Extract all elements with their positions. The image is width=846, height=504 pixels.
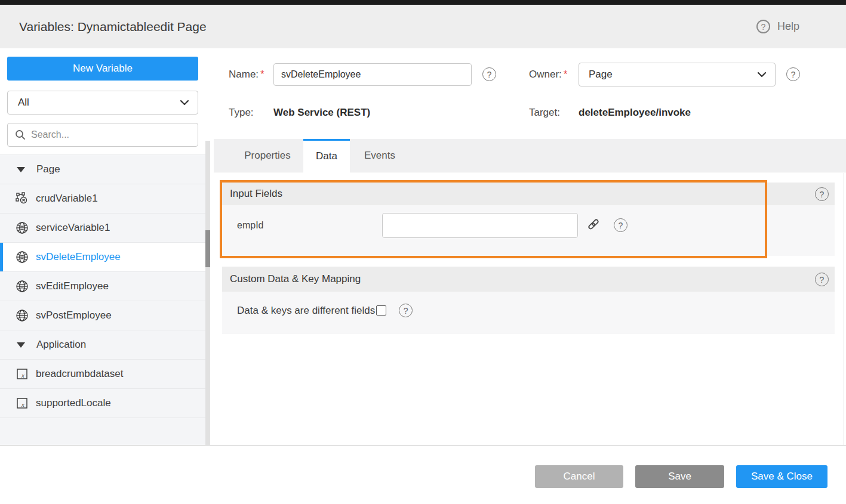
footer-divider	[0, 445, 846, 446]
web-service-icon	[16, 309, 29, 322]
tab-properties[interactable]: Properties	[232, 139, 303, 172]
sidebar-scrollbar-track[interactable]	[205, 141, 210, 445]
input-fields-section: Input Fields empId	[222, 183, 835, 256]
filter-selected-value: All	[18, 97, 180, 109]
variable-row-supportedLocale[interactable]: x supportedLocale	[0, 389, 205, 418]
empid-label: empId	[237, 220, 263, 231]
tab-events[interactable]: Events	[350, 139, 410, 172]
required-asterisk: *	[564, 69, 568, 80]
type-value: Web Service (REST)	[273, 107, 370, 119]
different-fields-label: Data & keys are different fields	[237, 305, 375, 317]
input-fields-help-icon[interactable]	[815, 187, 829, 201]
variable-label: crudVariable1	[36, 193, 98, 205]
different-fields-checkbox[interactable]	[376, 305, 386, 316]
variable-row-breadcrumbdataset[interactable]: x breadcrumbdataset	[0, 360, 205, 389]
chevron-down-icon	[757, 72, 767, 78]
custom-mapping-title: Custom Data & Key Mapping	[230, 273, 361, 285]
collapse-triangle-icon	[17, 167, 25, 172]
dialog-header: Variables: Dynamictableedit Page Help	[0, 5, 846, 48]
variables-dialog: Variables: Dynamictableedit Page Help Ne…	[0, 0, 846, 504]
owner-selected-value: Page	[589, 69, 757, 81]
save-close-button[interactable]: Save & Close	[736, 465, 827, 488]
owner-label: Owner:*	[529, 69, 567, 81]
variable-label: svDeleteEmployee	[36, 251, 121, 263]
variable-filter-select[interactable]: All	[7, 91, 198, 115]
type-label: Type:	[229, 107, 254, 119]
collapse-triangle-icon	[17, 342, 25, 348]
chevron-down-icon	[180, 100, 189, 106]
variable-label: serviceVariable1	[36, 222, 110, 234]
variables-sidebar: New Variable All Page crudVariable1	[0, 48, 210, 445]
name-input[interactable]	[273, 63, 472, 86]
empid-help-icon[interactable]	[614, 218, 627, 232]
new-variable-button[interactable]: New Variable	[7, 57, 198, 81]
detail-tabs: Properties Data Events	[214, 139, 846, 172]
name-label: Name:*	[229, 69, 264, 81]
variable-row-svDeleteEmployee[interactable]: svDeleteEmployee	[0, 243, 205, 272]
group-label: Page	[36, 163, 60, 175]
variable-label: svPostEmployee	[36, 310, 112, 321]
different-fields-row: Data & keys are different fields	[237, 304, 413, 317]
variable-label: svEditEmployee	[36, 280, 109, 292]
web-service-icon	[16, 251, 29, 264]
target-label: Target:	[529, 107, 560, 119]
owner-help-icon[interactable]	[786, 67, 800, 81]
group-label: Application	[36, 339, 86, 351]
help-icon	[756, 20, 770, 33]
owner-select[interactable]: Page	[579, 63, 776, 86]
variable-label: supportedLocale	[36, 397, 111, 409]
variable-row-svPostEmployee[interactable]: svPostEmployee	[0, 301, 205, 330]
custom-mapping-help-icon[interactable]	[815, 273, 829, 286]
web-service-icon	[16, 221, 29, 234]
variable-row-crudVariable1[interactable]: crudVariable1	[0, 184, 205, 214]
required-asterisk: *	[260, 69, 264, 80]
help-button[interactable]: Help	[756, 5, 799, 48]
panel-right-border	[844, 173, 844, 445]
group-row-page[interactable]: Page	[0, 155, 205, 184]
bind-link-icon[interactable]	[586, 217, 601, 231]
crud-variable-icon	[16, 192, 29, 205]
variable-list: Page crudVariable1 serviceVariable1	[0, 154, 205, 445]
input-fields-title: Input Fields	[230, 188, 282, 200]
input-fields-header: Input Fields	[222, 183, 835, 205]
dialog-title: Variables: Dynamictableedit Page	[19, 5, 207, 48]
search-icon	[15, 129, 26, 140]
background-page-strip	[0, 0, 846, 5]
save-button[interactable]: Save	[635, 465, 724, 488]
sidebar-scrollbar-thumb[interactable]	[205, 230, 210, 267]
custom-mapping-section: Custom Data & Key Mapping Data & keys ar…	[222, 267, 835, 334]
model-variable-icon: x	[16, 367, 29, 381]
variable-search	[7, 123, 198, 147]
search-input[interactable]	[31, 129, 190, 140]
different-fields-help-icon[interactable]	[399, 304, 413, 317]
variable-detail-panel: Name:* Owner:* Page Type: Web Service (R…	[210, 48, 846, 445]
model-variable-icon: x	[16, 397, 29, 410]
cancel-button[interactable]: Cancel	[535, 465, 623, 488]
target-value: deleteEmployee/invoke	[579, 107, 691, 119]
help-label: Help	[777, 20, 799, 33]
name-help-icon[interactable]	[482, 67, 496, 81]
variable-row-svEditEmployee[interactable]: svEditEmployee	[0, 272, 205, 301]
empid-input[interactable]	[382, 213, 578, 238]
web-service-icon	[16, 280, 29, 293]
variable-label: breadcrumbdataset	[36, 368, 123, 380]
variable-row-serviceVariable1[interactable]: serviceVariable1	[0, 214, 205, 243]
svg-text:x: x	[21, 372, 24, 379]
custom-mapping-header: Custom Data & Key Mapping	[222, 267, 835, 292]
group-row-application[interactable]: Application	[0, 330, 205, 360]
tab-data[interactable]: Data	[303, 139, 350, 173]
svg-text:x: x	[21, 401, 24, 408]
